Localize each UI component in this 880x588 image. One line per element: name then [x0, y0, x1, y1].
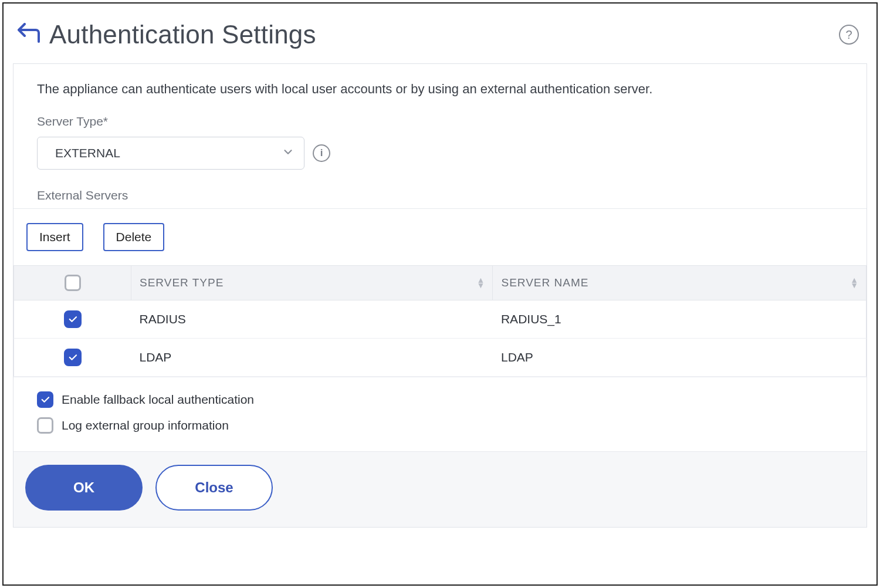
- server-type-select[interactable]: EXTERNAL: [37, 137, 304, 170]
- insert-button[interactable]: Insert: [26, 223, 83, 251]
- sort-icon: ▲▼: [477, 278, 486, 288]
- page-title: Authentication Settings: [49, 20, 316, 49]
- col-checkbox-header: [14, 266, 131, 300]
- settings-panel: The appliance can authenticate users wit…: [13, 63, 867, 528]
- table-row[interactable]: LDAP LDAP: [14, 339, 867, 377]
- fallback-checkbox[interactable]: [37, 391, 53, 408]
- fallback-label: Enable fallback local authentication: [62, 393, 254, 407]
- server-type-value: EXTERNAL: [55, 146, 120, 160]
- auth-settings-window: Authentication Settings ? The appliance …: [2, 2, 878, 586]
- delete-button[interactable]: Delete: [103, 223, 165, 251]
- external-servers-toolbar: Insert Delete: [13, 208, 867, 265]
- row-checkbox[interactable]: [64, 349, 82, 366]
- table-row[interactable]: RADIUS RADIUS_1: [14, 300, 867, 339]
- cell-server-name: LDAP: [493, 339, 867, 377]
- page-header: Authentication Settings ?: [13, 16, 867, 63]
- ok-button[interactable]: OK: [25, 465, 143, 511]
- cell-server-type: RADIUS: [131, 300, 493, 339]
- select-all-checkbox[interactable]: [65, 275, 81, 291]
- external-servers-table: SERVER TYPE ▲▼ SERVER NAME ▲▼: [13, 265, 867, 377]
- info-icon[interactable]: i: [313, 144, 330, 162]
- log-group-checkbox[interactable]: [37, 417, 53, 434]
- server-type-label: Server Type*: [37, 114, 843, 129]
- log-group-label: Log external group information: [62, 418, 229, 432]
- back-icon[interactable]: [15, 23, 41, 46]
- options-section: Enable fallback local authentication Log…: [13, 377, 867, 451]
- log-group-option[interactable]: Log external group information: [37, 413, 843, 438]
- sort-icon: ▲▼: [850, 278, 859, 288]
- dialog-footer: OK Close: [13, 451, 867, 527]
- help-icon[interactable]: ?: [839, 25, 859, 45]
- cell-server-name: RADIUS_1: [493, 300, 867, 339]
- close-button[interactable]: Close: [155, 465, 273, 511]
- chevron-down-icon: [282, 146, 295, 161]
- external-servers-label: External Servers: [37, 188, 843, 202]
- cell-server-type: LDAP: [131, 339, 493, 377]
- description-text: The appliance can authenticate users wit…: [37, 82, 843, 97]
- row-checkbox[interactable]: [64, 310, 82, 328]
- fallback-option[interactable]: Enable fallback local authentication: [37, 387, 843, 413]
- col-server-name[interactable]: SERVER NAME ▲▼: [493, 266, 867, 300]
- col-server-type[interactable]: SERVER TYPE ▲▼: [131, 266, 493, 300]
